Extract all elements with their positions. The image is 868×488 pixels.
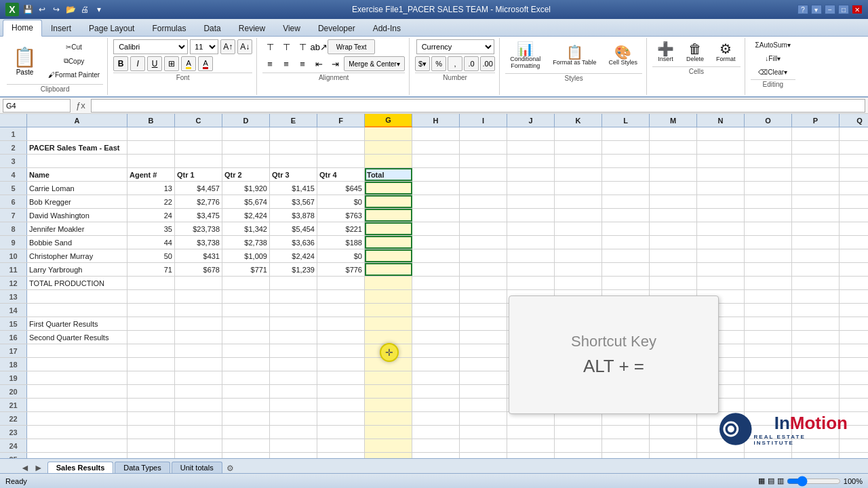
cell-f18[interactable] [317,358,365,371]
cell-e24[interactable] [270,439,317,452]
autosum-button[interactable]: Σ AutoSum ▾ [751,39,795,51]
cell-g15[interactable] [365,317,412,330]
cell-h17[interactable] [412,344,460,357]
paste-button[interactable]: 📋 Paste [7,43,43,79]
cell-l2[interactable] [602,141,650,154]
cell-d10[interactable]: $1,009 [222,249,270,262]
cell-p2[interactable] [792,141,840,154]
cell-q14[interactable] [840,304,868,317]
cell-d9[interactable]: $2,738 [222,236,270,249]
cell-f12[interactable] [317,277,365,289]
cell-k24[interactable] [555,439,602,452]
cell-m12[interactable] [650,277,697,289]
cell-f10[interactable]: $0 [317,249,365,262]
cell-e22[interactable] [270,412,317,425]
cell-g21[interactable] [365,399,412,411]
cell-h3[interactable] [412,155,460,167]
cell-o9[interactable] [745,236,792,249]
cell-a21[interactable] [27,399,127,411]
cell-styles-button[interactable]: 🎨 Cell Styles [604,43,643,68]
cell-c1[interactable] [175,127,222,140]
cell-l11[interactable] [602,263,650,276]
cell-h12[interactable] [412,277,460,289]
cell-m5[interactable] [650,182,697,195]
cell-b8[interactable]: 35 [127,222,175,235]
cell-d5[interactable]: $1,920 [222,182,270,195]
cell-m24[interactable] [650,439,697,452]
col-header-l[interactable]: L [602,114,650,127]
redo-icon[interactable]: ↪ [50,3,62,16]
tab-page-layout[interactable]: Page Layout [80,20,143,36]
delete-button[interactable]: 🗑 Delete [682,39,709,65]
cell-b24[interactable] [127,439,175,452]
cell-p8[interactable] [792,222,840,235]
cell-a22[interactable] [27,412,127,425]
cell-g1[interactable] [365,127,412,140]
sheet-tab-sales-results[interactable]: Sales Results [47,462,114,473]
new-sheet-icon[interactable]: ⚙ [226,464,234,473]
cell-o17[interactable] [745,344,792,357]
cell-o3[interactable] [745,155,792,167]
cell-j8[interactable] [507,222,555,235]
cell-h24[interactable] [412,439,460,452]
cell-c14[interactable] [175,304,222,317]
cell-a12[interactable]: TOTAL PRODUCTION [27,277,127,289]
cell-f11[interactable]: $776 [317,263,365,276]
cell-p4[interactable] [792,168,840,181]
cell-q9[interactable] [840,236,868,249]
cell-j5[interactable] [507,182,555,195]
cell-a14[interactable] [27,304,127,317]
cell-d6[interactable]: $5,674 [222,195,270,208]
cell-b4[interactable]: Agent # [127,168,175,181]
undo-icon[interactable]: ↩ [36,3,48,16]
cell-d4[interactable]: Qtr 2 [222,168,270,181]
cell-k9[interactable] [555,236,602,249]
cell-q6[interactable] [840,195,868,208]
cell-o8[interactable] [745,222,792,235]
cell-c8[interactable]: $23,738 [175,222,222,235]
tab-insert[interactable]: Insert [42,20,80,36]
cell-m2[interactable] [650,141,697,154]
format-button[interactable]: ⚙ Format [711,39,741,65]
cell-k6[interactable] [555,195,602,208]
print-icon[interactable]: 🖨 [79,3,91,16]
cell-f22[interactable] [317,412,365,425]
cell-f19[interactable] [317,371,365,384]
cell-d18[interactable] [222,358,270,371]
cell-h18[interactable] [412,358,460,371]
cell-q7[interactable] [840,209,868,222]
cell-o11[interactable] [745,263,792,276]
cell-h10[interactable] [412,249,460,262]
cell-b6[interactable]: 22 [127,195,175,208]
cell-e14[interactable] [270,304,317,317]
cell-e20[interactable] [270,385,317,398]
fill-color-button[interactable]: A [181,56,196,71]
cell-l5[interactable] [602,182,650,195]
cell-b3[interactable] [127,155,175,167]
cell-f2[interactable] [317,141,365,154]
cell-a24[interactable] [27,439,127,452]
cell-p1[interactable] [792,127,840,140]
zoom-slider[interactable] [787,476,841,487]
cell-e4[interactable]: Qtr 3 [270,168,317,181]
bold-button[interactable]: B [113,56,128,71]
cell-e16[interactable] [270,331,317,344]
cell-a13[interactable] [27,290,127,303]
cell-b13[interactable] [127,290,175,303]
cell-g10[interactable] [365,249,412,262]
cell-g9[interactable] [365,236,412,249]
cell-m6[interactable] [650,195,697,208]
cell-c18[interactable] [175,358,222,371]
cell-k5[interactable] [555,182,602,195]
cell-l1[interactable] [602,127,650,140]
cell-i7[interactable] [460,209,507,222]
format-as-table-button[interactable]: 📋 Format as Table [548,43,601,68]
cell-g7[interactable] [365,209,412,222]
cell-b2[interactable] [127,141,175,154]
cell-g16[interactable] [365,331,412,344]
cell-b14[interactable] [127,304,175,317]
insert-button[interactable]: ➕ Insert [652,39,679,65]
cell-e5[interactable]: $1,415 [270,182,317,195]
cell-a5[interactable]: Carrie Loman [27,182,127,195]
cell-h8[interactable] [412,222,460,235]
